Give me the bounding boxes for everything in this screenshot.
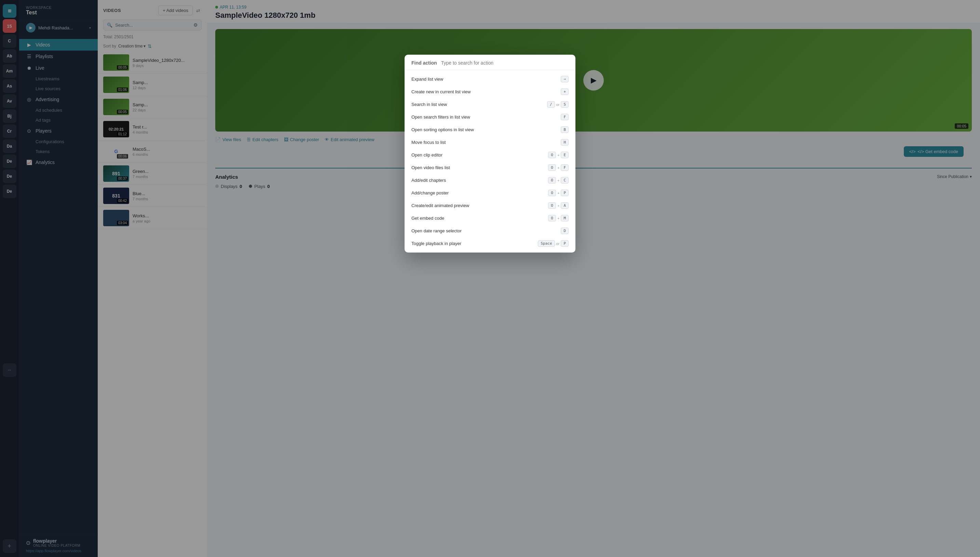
action-item[interactable]: Open sorting options in list view B <box>405 123 575 136</box>
keyboard-shortcut: O <box>548 215 556 221</box>
action-shortcut: F <box>561 114 568 120</box>
action-item[interactable]: Open date range selector D <box>405 225 575 237</box>
action-label: Move focus to list <box>412 140 446 145</box>
action-item[interactable]: Create new in current list view + <box>405 85 575 98</box>
action-item[interactable]: Expand list view → <box>405 73 575 85</box>
keyboard-shortcut: B <box>561 127 568 133</box>
action-item[interactable]: Add/change poster O+P <box>405 187 575 199</box>
keyboard-shortcut: F <box>561 114 568 120</box>
action-item[interactable]: Get embed code O+M <box>405 212 575 225</box>
action-item[interactable]: Move focus to list H <box>405 136 575 149</box>
action-shortcut: SpaceorP <box>538 240 568 247</box>
action-label: Add/edit chapters <box>412 178 446 183</box>
action-label: Open video files list <box>412 165 450 170</box>
action-item[interactable]: Search in list view /orS <box>405 98 575 111</box>
action-label: Open clip editor <box>412 152 443 158</box>
find-action-title: Find action <box>412 60 437 66</box>
action-label: Get embed code <box>412 216 444 221</box>
action-shortcut: + <box>561 88 568 95</box>
action-shortcut: O+C <box>548 177 568 184</box>
action-label: Create new in current list view <box>412 89 470 94</box>
shortcut-separator: + <box>557 178 559 182</box>
keyboard-shortcut: O <box>548 177 556 184</box>
action-label: Open search filters in list view <box>412 114 470 120</box>
action-shortcut: O+A <box>548 202 568 209</box>
action-shortcut: O+F <box>548 164 568 171</box>
find-action-modal: Find action Expand list view → Create ne… <box>405 55 575 252</box>
action-shortcut: O+M <box>548 215 568 221</box>
action-shortcut: D <box>561 228 568 234</box>
shortcut-separator: + <box>557 153 559 157</box>
action-shortcut: → <box>561 76 568 82</box>
action-shortcut: O+E <box>548 152 568 158</box>
shortcut-separator: or <box>556 242 560 246</box>
action-item[interactable]: Open clip editor O+E <box>405 149 575 161</box>
action-label: Create/edit animated preview <box>412 203 469 208</box>
keyboard-shortcut: H <box>561 139 568 146</box>
keyboard-shortcut: P <box>561 190 568 196</box>
action-shortcut: O+P <box>548 190 568 196</box>
shortcut-separator: + <box>557 166 559 170</box>
shortcut-separator: + <box>557 204 559 208</box>
modal-header: Find action <box>405 55 575 70</box>
action-label: Add/change poster <box>412 191 449 195</box>
action-list: Expand list view → Create new in current… <box>405 70 575 252</box>
keyboard-shortcut: A <box>561 202 568 209</box>
keyboard-shortcut: F <box>561 164 568 171</box>
find-action-input[interactable] <box>441 60 568 66</box>
shortcut-separator: + <box>557 216 559 220</box>
action-label: Open sorting options in list view <box>412 127 474 132</box>
keyboard-shortcut: S <box>561 101 568 107</box>
keyboard-shortcut: O <box>548 164 556 171</box>
keyboard-shortcut: / <box>547 101 555 107</box>
keyboard-shortcut: M <box>561 215 568 221</box>
keyboard-shortcut: Space <box>538 240 555 247</box>
keyboard-shortcut: E <box>561 152 568 158</box>
keyboard-shortcut: O <box>548 152 556 158</box>
keyboard-shortcut: O <box>548 202 556 209</box>
keyboard-shortcut: → <box>561 76 568 82</box>
action-label: Open date range selector <box>412 228 462 233</box>
action-shortcut: /orS <box>547 101 568 107</box>
action-item[interactable]: Open search filters in list view F <box>405 111 575 123</box>
action-item[interactable]: Add/edit chapters O+C <box>405 174 575 187</box>
keyboard-shortcut: C <box>561 177 568 184</box>
action-label: Toggle playback in player <box>412 241 461 246</box>
keyboard-shortcut: O <box>548 190 556 196</box>
keyboard-shortcut: D <box>561 228 568 234</box>
keyboard-shortcut: + <box>561 88 568 95</box>
find-action-overlay[interactable]: Find action Expand list view → Create ne… <box>0 0 980 557</box>
action-item[interactable]: Create/edit animated preview O+A <box>405 199 575 212</box>
action-label: Search in list view <box>412 102 447 107</box>
action-shortcut: B <box>561 127 568 133</box>
shortcut-separator: or <box>556 103 560 107</box>
action-item[interactable]: Toggle playback in player SpaceorP <box>405 237 575 250</box>
action-shortcut: H <box>561 139 568 146</box>
shortcut-separator: + <box>557 191 559 195</box>
action-item[interactable]: Open video files list O+F <box>405 161 575 174</box>
action-label: Expand list view <box>412 77 443 81</box>
keyboard-shortcut: P <box>561 240 568 247</box>
